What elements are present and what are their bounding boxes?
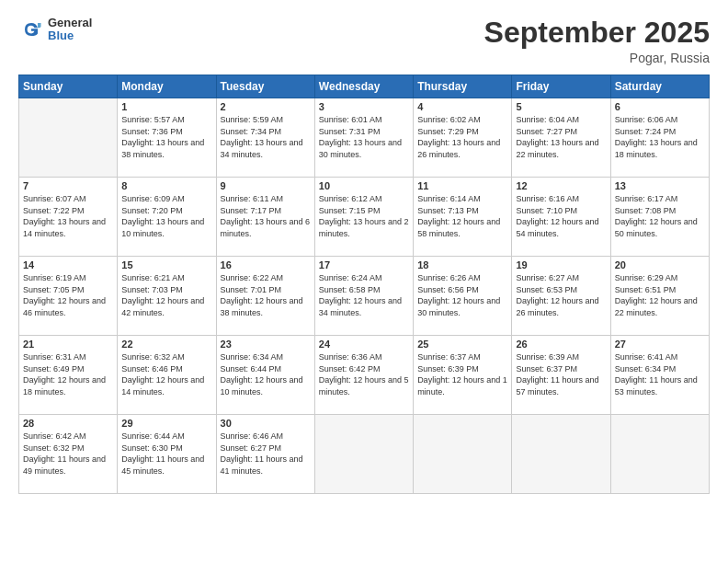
day-info: Sunrise: 6:46 AMSunset: 6:27 PMDaylight:… — [221, 431, 311, 477]
calendar-cell: 14Sunrise: 6:19 AMSunset: 7:05 PMDayligh… — [19, 257, 118, 336]
day-info: Sunrise: 6:36 AMSunset: 6:42 PMDaylight:… — [319, 351, 409, 397]
day-info: Sunrise: 6:32 AMSunset: 6:46 PMDaylight:… — [121, 351, 211, 397]
calendar-cell: 22Sunrise: 6:32 AMSunset: 6:46 PMDayligh… — [118, 336, 216, 415]
calendar-cell: 20Sunrise: 6:29 AMSunset: 6:51 PMDayligh… — [610, 257, 709, 336]
day-info: Sunrise: 6:44 AMSunset: 6:30 PMDaylight:… — [121, 431, 211, 477]
calendar-week-row: 28Sunrise: 6:42 AMSunset: 6:32 PMDayligh… — [19, 415, 710, 494]
logo: General Blue — [18, 17, 92, 43]
month-title: September 2025 — [484, 17, 710, 49]
calendar-header-day: Thursday — [414, 75, 512, 98]
page: General Blue September 2025 Pogar, Russi… — [0, 0, 728, 563]
day-info: Sunrise: 6:06 AMSunset: 7:24 PMDaylight:… — [615, 114, 705, 160]
calendar-header-row: SundayMondayTuesdayWednesdayThursdayFrid… — [19, 75, 710, 98]
calendar-cell — [19, 98, 118, 178]
day-number: 24 — [319, 339, 409, 350]
day-info: Sunrise: 6:02 AMSunset: 7:29 PMDaylight:… — [417, 114, 507, 160]
calendar-header-day: Wednesday — [314, 75, 413, 98]
day-number: 4 — [417, 101, 507, 112]
calendar-cell: 8Sunrise: 6:09 AMSunset: 7:20 PMDaylight… — [118, 178, 216, 257]
calendar-header-day: Saturday — [610, 75, 709, 98]
day-number: 6 — [615, 101, 705, 112]
day-info: Sunrise: 6:31 AMSunset: 6:49 PMDaylight:… — [23, 351, 113, 397]
day-info: Sunrise: 6:09 AMSunset: 7:20 PMDaylight:… — [121, 193, 211, 239]
day-info: Sunrise: 6:21 AMSunset: 7:03 PMDaylight:… — [121, 272, 211, 318]
day-number: 7 — [23, 180, 113, 191]
calendar-cell: 28Sunrise: 6:42 AMSunset: 6:32 PMDayligh… — [19, 415, 118, 494]
calendar-cell: 10Sunrise: 6:12 AMSunset: 7:15 PMDayligh… — [314, 178, 413, 257]
calendar-cell: 4Sunrise: 6:02 AMSunset: 7:29 PMDaylight… — [414, 98, 512, 178]
day-info: Sunrise: 6:24 AMSunset: 6:58 PMDaylight:… — [319, 272, 409, 318]
day-number: 22 — [121, 339, 211, 350]
calendar-cell — [512, 415, 610, 494]
day-info: Sunrise: 6:01 AMSunset: 7:31 PMDaylight:… — [319, 114, 409, 160]
day-info: Sunrise: 6:42 AMSunset: 6:32 PMDaylight:… — [23, 431, 113, 477]
day-number: 1 — [121, 101, 211, 112]
calendar-cell: 15Sunrise: 6:21 AMSunset: 7:03 PMDayligh… — [118, 257, 216, 336]
day-number: 27 — [615, 339, 705, 350]
day-info: Sunrise: 6:26 AMSunset: 6:56 PMDaylight:… — [417, 272, 507, 318]
day-number: 20 — [615, 259, 705, 270]
calendar-cell: 17Sunrise: 6:24 AMSunset: 6:58 PMDayligh… — [314, 257, 413, 336]
calendar-cell: 6Sunrise: 6:06 AMSunset: 7:24 PMDaylight… — [610, 98, 709, 178]
day-number: 19 — [516, 259, 606, 270]
day-info: Sunrise: 6:17 AMSunset: 7:08 PMDaylight:… — [615, 193, 705, 239]
day-info: Sunrise: 6:12 AMSunset: 7:15 PMDaylight:… — [319, 193, 409, 239]
day-info: Sunrise: 6:19 AMSunset: 7:05 PMDaylight:… — [23, 272, 113, 318]
day-info: Sunrise: 6:29 AMSunset: 6:51 PMDaylight:… — [615, 272, 705, 318]
day-number: 12 — [516, 180, 606, 191]
calendar-week-row: 14Sunrise: 6:19 AMSunset: 7:05 PMDayligh… — [19, 257, 710, 336]
day-info: Sunrise: 5:57 AMSunset: 7:36 PMDaylight:… — [121, 114, 211, 160]
calendar-cell: 5Sunrise: 6:04 AMSunset: 7:27 PMDaylight… — [512, 98, 610, 178]
calendar-cell: 7Sunrise: 6:07 AMSunset: 7:22 PMDaylight… — [19, 178, 118, 257]
day-info: Sunrise: 6:39 AMSunset: 6:37 PMDaylight:… — [516, 351, 606, 397]
calendar-cell: 29Sunrise: 6:44 AMSunset: 6:30 PMDayligh… — [118, 415, 216, 494]
day-number: 2 — [221, 101, 311, 112]
day-number: 23 — [221, 339, 311, 350]
day-number: 28 — [23, 418, 113, 429]
logo-general: General — [48, 17, 92, 29]
day-number: 10 — [319, 180, 409, 191]
day-number: 5 — [516, 101, 606, 112]
day-info: Sunrise: 5:59 AMSunset: 7:34 PMDaylight:… — [221, 114, 311, 160]
day-info: Sunrise: 6:27 AMSunset: 6:53 PMDaylight:… — [516, 272, 606, 318]
day-number: 17 — [319, 259, 409, 270]
calendar-header-day: Monday — [118, 75, 216, 98]
calendar-cell: 16Sunrise: 6:22 AMSunset: 7:01 PMDayligh… — [216, 257, 314, 336]
day-info: Sunrise: 6:34 AMSunset: 6:44 PMDaylight:… — [221, 351, 311, 397]
calendar-cell: 26Sunrise: 6:39 AMSunset: 6:37 PMDayligh… — [512, 336, 610, 415]
day-number: 30 — [221, 418, 311, 429]
day-info: Sunrise: 6:04 AMSunset: 7:27 PMDaylight:… — [516, 114, 606, 160]
day-info: Sunrise: 6:07 AMSunset: 7:22 PMDaylight:… — [23, 193, 113, 239]
day-number: 21 — [23, 339, 113, 350]
day-number: 9 — [221, 180, 311, 191]
location: Pogar, Russia — [484, 51, 710, 65]
day-number: 3 — [319, 101, 409, 112]
day-number: 18 — [417, 259, 507, 270]
calendar-cell: 2Sunrise: 5:59 AMSunset: 7:34 PMDaylight… — [216, 98, 314, 178]
calendar-cell: 21Sunrise: 6:31 AMSunset: 6:49 PMDayligh… — [19, 336, 118, 415]
day-number: 26 — [516, 339, 606, 350]
calendar-cell — [414, 415, 512, 494]
calendar-cell: 30Sunrise: 6:46 AMSunset: 6:27 PMDayligh… — [216, 415, 314, 494]
calendar-cell: 12Sunrise: 6:16 AMSunset: 7:10 PMDayligh… — [512, 178, 610, 257]
logo-blue: Blue — [48, 29, 92, 42]
calendar-header-day: Tuesday — [216, 75, 314, 98]
day-info: Sunrise: 6:37 AMSunset: 6:39 PMDaylight:… — [417, 351, 507, 397]
calendar-cell: 19Sunrise: 6:27 AMSunset: 6:53 PMDayligh… — [512, 257, 610, 336]
calendar-cell: 3Sunrise: 6:01 AMSunset: 7:31 PMDaylight… — [314, 98, 413, 178]
day-number: 14 — [23, 259, 113, 270]
calendar-cell: 13Sunrise: 6:17 AMSunset: 7:08 PMDayligh… — [610, 178, 709, 257]
calendar-header-day: Friday — [512, 75, 610, 98]
calendar-cell: 23Sunrise: 6:34 AMSunset: 6:44 PMDayligh… — [216, 336, 314, 415]
calendar-cell — [314, 415, 413, 494]
day-info: Sunrise: 6:41 AMSunset: 6:34 PMDaylight:… — [615, 351, 705, 397]
day-number: 25 — [417, 339, 507, 350]
day-info: Sunrise: 6:14 AMSunset: 7:13 PMDaylight:… — [417, 193, 507, 239]
header: General Blue September 2025 Pogar, Russi… — [18, 17, 710, 65]
day-number: 29 — [121, 418, 211, 429]
calendar-cell: 18Sunrise: 6:26 AMSunset: 6:56 PMDayligh… — [414, 257, 512, 336]
calendar-cell — [610, 415, 709, 494]
day-number: 11 — [417, 180, 507, 191]
day-number: 13 — [615, 180, 705, 191]
calendar-week-row: 7Sunrise: 6:07 AMSunset: 7:22 PMDaylight… — [19, 178, 710, 257]
